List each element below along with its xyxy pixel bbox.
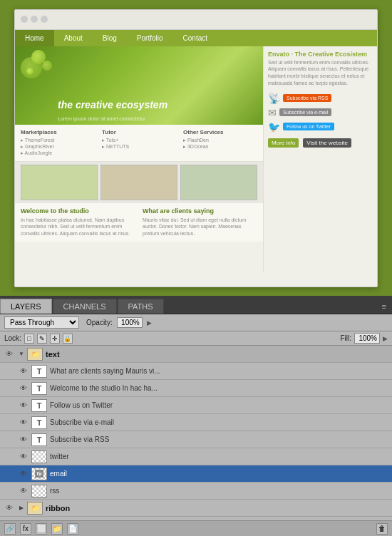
- twitter-follow-btn[interactable]: Follow us on Twitter: [283, 123, 334, 130]
- layer-name: What are clients saying Mauris vi...: [50, 367, 160, 375]
- layer-name: twitter: [50, 453, 69, 460]
- layer-visibility-toggle[interactable]: 👁: [3, 348, 16, 361]
- links-col-3: Other Services ▸ FlashDen ▸ 3DOcean: [183, 129, 257, 157]
- layer-visibility-toggle[interactable]: 👁: [17, 450, 30, 463]
- email-button-row: ✉ Subscribe via e-mail: [268, 107, 373, 118]
- new-layer-btn[interactable]: 📄: [67, 523, 78, 535]
- layer-visibility-toggle[interactable]: 👁: [17, 365, 30, 378]
- link-layers-btn[interactable]: 🔗: [4, 523, 16, 535]
- layer-thumbnail: 📁: [27, 502, 43, 515]
- layer-row[interactable]: 👁 T Follow us on Twitter: [0, 397, 392, 414]
- opacity-label: Opacity:: [86, 319, 113, 326]
- layer-row[interactable]: 👁 ▶ 📁 ribbon: [0, 500, 392, 517]
- welcome-title: Welcome to the studio: [21, 207, 135, 215]
- nav-min: [31, 16, 38, 23]
- browser-nav: [15, 10, 377, 30]
- lock-all-icon[interactable]: 🔒: [63, 334, 73, 344]
- hero-tagline: the creative ecosystem: [58, 99, 167, 110]
- add-mask-btn[interactable]: ⬜: [36, 523, 47, 535]
- clients-title: What are clients saying: [143, 207, 257, 215]
- ps-tabs-row: LAYERS CHANNELS PATHS ≡: [0, 296, 392, 314]
- nav-close: [21, 16, 28, 23]
- layer-visibility-toggle[interactable]: 👁: [17, 485, 30, 498]
- nav-home[interactable]: Home: [15, 30, 54, 46]
- clients-section: What are clients saying Mauris vitae dui…: [143, 207, 257, 237]
- ps-mode-opacity-row: Pass Through Opacity: ▶: [0, 314, 392, 331]
- tab-layers[interactable]: LAYERS: [0, 299, 52, 314]
- layer-expand-arrow[interactable]: ▶: [17, 504, 26, 512]
- layer-visibility-toggle[interactable]: 👁: [17, 468, 30, 480]
- layer-visibility-toggle[interactable]: 👁: [17, 399, 30, 412]
- layer-row[interactable]: 👁 twitter: [0, 448, 392, 465]
- layer-row[interactable]: 👁 T Welcome to the studio In hac ha...: [0, 380, 392, 397]
- layer-thumbnail: T: [31, 416, 47, 429]
- sidebar-description: Sed ut velit fermentum enim convallis ul…: [268, 59, 373, 87]
- tab-paths[interactable]: PATHS: [118, 299, 164, 314]
- blend-mode-select[interactable]: Pass Through: [4, 316, 79, 329]
- layer-expand-arrow[interactable]: ▼: [17, 350, 26, 359]
- lock-position-icon[interactable]: ✛: [50, 334, 60, 344]
- visit-btn[interactable]: Visit the website: [303, 138, 351, 148]
- tab-channels[interactable]: CHANNELS: [53, 299, 117, 314]
- layer-visibility-toggle[interactable]: 👁: [17, 382, 30, 395]
- layer-thumbnail: [31, 485, 47, 498]
- welcome-section: Welcome to the studio In hac habitasse p…: [21, 207, 135, 237]
- site-sidebar: Envato · The Creative Ecosistem Sed ut v…: [263, 46, 377, 272]
- layer-name: Subscribe via e-mail: [50, 418, 114, 426]
- banner-3: [180, 165, 257, 200]
- more-info-btn[interactable]: More info: [268, 138, 299, 148]
- delete-layer-btn[interactable]: 🗑: [376, 523, 388, 535]
- lock-transparent-icon[interactable]: □: [24, 334, 34, 344]
- links-col3-item1: ▸ FlashDen: [183, 138, 257, 143]
- nav-about[interactable]: About: [54, 30, 93, 46]
- layer-thumbnail: T: [31, 365, 47, 378]
- layer-name: email: [50, 470, 67, 478]
- layer-visibility-toggle[interactable]: 👁: [3, 502, 16, 515]
- photoshop-panel: LAYERS CHANNELS PATHS ≡ Pass Through Opa…: [0, 296, 392, 536]
- ps-lock-fill-row: Lock: □ ✎ ✛ 🔒 Fill: ▶: [0, 331, 392, 346]
- layers-list: 👁 ▼ 📁 text 👁 T What are clients saying M…: [0, 346, 392, 520]
- nav-blog[interactable]: Blog: [93, 30, 127, 46]
- lock-label: Lock:: [4, 334, 21, 342]
- new-group-btn[interactable]: 📁: [51, 523, 63, 535]
- links-col1-item1: ▸ ThemeForest: [21, 138, 95, 143]
- links-col1-title: Marketplaces: [21, 129, 95, 135]
- layer-thumbnail: [31, 450, 47, 463]
- opacity-input[interactable]: [117, 317, 143, 328]
- layer-row[interactable]: 👁 T Subscribe via RSS: [0, 431, 392, 448]
- layer-row[interactable]: 👁 T What are clients saying Mauris vi...: [0, 363, 392, 380]
- layer-row[interactable]: 👁 T Subscribe via e-mail: [0, 414, 392, 431]
- layer-row[interactable]: 👁 ▼ 📁 text: [0, 346, 392, 363]
- fill-input[interactable]: [354, 333, 380, 344]
- rss-button-row: 📡 Subscribe via RSS: [268, 93, 373, 104]
- hero-subtext: Lorem ipsum dolor sit amet consectetur: [58, 116, 145, 121]
- layer-thumbnail: T: [31, 433, 47, 446]
- layer-name: Follow us on Twitter: [50, 401, 113, 409]
- lock-image-icon[interactable]: ✎: [37, 334, 47, 344]
- site-content: the creative ecosystem Lorem ipsum dolor…: [15, 46, 377, 272]
- layer-name: Welcome to the studio In hac ha...: [50, 384, 158, 392]
- links-col-2: Tutor ▸ Tuts+ ▸ NETTUTS: [102, 129, 176, 157]
- email-subscribe-btn[interactable]: Subscribe via e-mail: [279, 108, 331, 116]
- nav-contact[interactable]: Contact: [173, 30, 217, 46]
- add-style-btn[interactable]: fx: [20, 523, 31, 535]
- fill-arrow-icon[interactable]: ▶: [383, 335, 388, 342]
- twitter-button-row: 🐦 Follow us on Twitter: [268, 121, 373, 133]
- clients-text: Mauris vitae dui. Sed ut diam eget nulla…: [143, 217, 257, 237]
- layer-row[interactable]: 👁 fx email: [0, 465, 392, 483]
- opacity-arrow-icon[interactable]: ▶: [147, 319, 152, 326]
- ps-panel-menu-icon[interactable]: ≡: [376, 299, 392, 314]
- sidebar-brand-title: Envato · The Creative Ecosistem: [268, 51, 373, 58]
- layer-visibility-toggle[interactable]: 👁: [17, 433, 30, 446]
- nav-portfolio[interactable]: Portfolio: [127, 30, 173, 46]
- site-banners: [15, 162, 263, 203]
- welcome-text: In hac habitasse platea dictumst. Nam da…: [21, 217, 135, 237]
- ps-bottom-toolbar: 🔗 fx ⬜ 📁 📄 🗑: [0, 520, 392, 536]
- layer-row[interactable]: 👁 rss: [0, 483, 392, 500]
- site-hero: the creative ecosystem Lorem ipsum dolor…: [15, 46, 263, 125]
- layer-thumbnail: 📁: [27, 348, 43, 361]
- layer-thumbnail: T: [31, 382, 47, 395]
- banner-1: [21, 165, 98, 200]
- rss-subscribe-btn[interactable]: Subscribe via RSS: [283, 94, 331, 102]
- layer-visibility-toggle[interactable]: 👁: [17, 416, 30, 429]
